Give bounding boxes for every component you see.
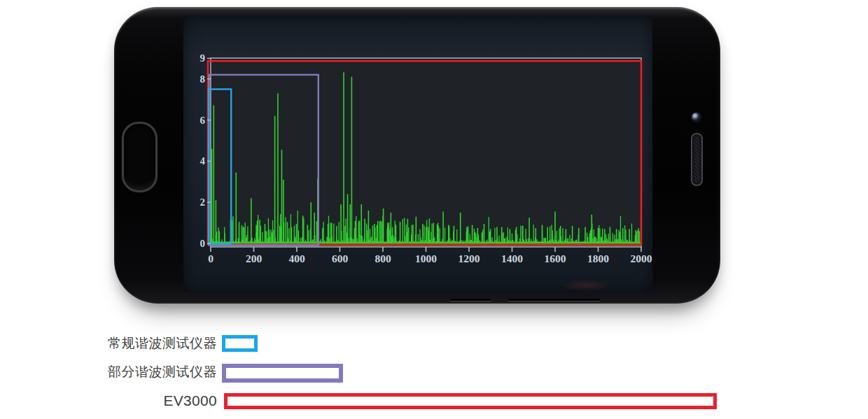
legend-label-partial-tester: 部分谐波测试仪器	[0, 364, 217, 381]
svg-text:1800: 1800	[587, 253, 609, 264]
svg-text:200: 200	[246, 253, 262, 264]
legend-swatch-ev3000	[224, 393, 717, 409]
svg-text:1600: 1600	[545, 253, 566, 264]
svg-text:1400: 1400	[501, 253, 523, 264]
side-button	[450, 299, 491, 301]
svg-text:0: 0	[200, 238, 206, 249]
smartphone-frame: 0200400600800100012001400160018002000024…	[114, 7, 720, 304]
earpiece-speaker-icon	[691, 133, 703, 186]
home-button	[122, 122, 158, 192]
svg-text:2000: 2000	[631, 253, 652, 264]
svg-text:800: 800	[374, 253, 391, 264]
svg-text:4: 4	[200, 155, 206, 166]
svg-text:8: 8	[200, 73, 206, 85]
legend-swatch-conventional-tester	[222, 335, 258, 352]
legend-label-ev3000: EV3000	[0, 392, 217, 410]
svg-text:600: 600	[332, 253, 349, 264]
svg-text:1200: 1200	[458, 253, 480, 264]
screen-reflection	[561, 280, 610, 291]
svg-text:9: 9	[200, 52, 206, 64]
front-camera-icon	[692, 113, 701, 122]
marketing-graphic: 0200400600800100012001400160018002000024…	[0, 0, 868, 419]
svg-text:1000: 1000	[415, 253, 437, 264]
legend-label-conventional-tester: 常规谐波测试仪器	[0, 335, 217, 352]
side-button	[508, 299, 600, 301]
harmonic-spectrum-chart: 0200400600800100012001400160018002000024…	[183, 15, 652, 292]
phone-screen: 0200400600800100012001400160018002000024…	[183, 15, 652, 292]
svg-text:400: 400	[288, 253, 305, 264]
svg-text:0: 0	[208, 253, 214, 264]
legend-swatch-partial-tester	[222, 364, 343, 383]
svg-text:2: 2	[200, 197, 206, 208]
svg-text:6: 6	[200, 115, 206, 126]
